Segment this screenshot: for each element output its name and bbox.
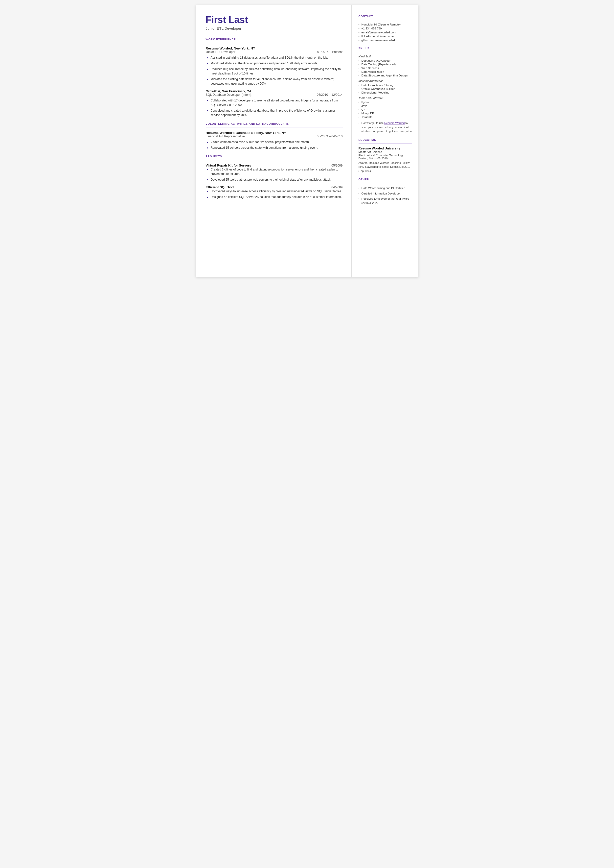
project-name-2: Efficient SQL Tool: [206, 185, 234, 189]
edu-awards: Awards: Resume Worded Teaching Fellow (o…: [358, 161, 412, 173]
volunteering-divider: [206, 127, 343, 127]
bullet-1-3: Reduced bug occurrence by 70% via optimi…: [207, 67, 343, 76]
industry-skill-2: Oracle Warehouse Builder: [358, 87, 412, 90]
edu-degree: Master of Science: [358, 151, 412, 154]
job-role-2: SQL Database Developer (Intern): [206, 93, 252, 96]
bullet-2-2: Conceived and created a relational datab…: [207, 109, 343, 117]
edu-date: Boston, MA — 05/2010: [358, 157, 412, 160]
other-section: OTHER Data Warehousing and BI Certified.…: [358, 178, 412, 205]
right-column: CONTACT Honolulu, HI (Open to Remote) +1…: [352, 5, 419, 277]
project-name-1: Virtual Repair Kit for Servers: [206, 163, 251, 167]
industry-skills-list: Data Extraction & Storing Oracle Warehou…: [358, 84, 412, 94]
work-divider: [206, 43, 343, 43]
vol-date-1: 06/2009 – 04/2010: [317, 135, 343, 138]
resume-note: Don't forget to use Resume Worded to sca…: [358, 121, 412, 134]
education-section-title: EDUCATION: [358, 138, 412, 141]
bullet-1-1: Assisted in optimizing 18 databases usin…: [207, 56, 343, 60]
skills-section-title: SKILLS: [358, 47, 412, 50]
job-role-row-2: SQL Database Developer (Intern) 06/2010 …: [206, 93, 343, 98]
contact-section-title: CONTACT: [358, 15, 412, 18]
contact-list: Honolulu, HI (Open to Remote) +1-234-456…: [358, 23, 412, 42]
left-column: First Last Junior ETL Developer WORK EXP…: [196, 5, 352, 277]
industry-skill-3: Dimensional Modeling: [358, 91, 412, 94]
project-date-2: 04/2009: [331, 186, 343, 189]
job-role-1: Junior ETL Developer: [206, 50, 236, 54]
proj-bullet-2-1: Uncovered ways to increase access effici…: [207, 189, 343, 194]
hard-skill-5: Data Structure and Algorithm Design: [358, 74, 412, 77]
job-row-1: Resume Worded, New York, NY: [206, 47, 343, 50]
project-bullets-1: Created 3K lines of code to find and dia…: [207, 167, 343, 182]
name-block: First Last Junior ETL Developer: [206, 15, 343, 30]
industry-label: Industry Knowledge:: [358, 79, 412, 82]
hard-skills-list: Debugging (Advanced) Data Testing (Exper…: [358, 59, 412, 77]
tools-label: Tools and Software:: [358, 96, 412, 99]
volunteering-block-1: Resume Worded's Business Society, New Yo…: [206, 131, 343, 150]
job-bullets-1: Assisted in optimizing 18 databases usin…: [207, 56, 343, 86]
vol-bullet-1-2: Renovated 15 schools across the state wi…: [207, 146, 343, 150]
tools-skills-list: Python Java C++ MongoDB Teradata: [358, 101, 412, 118]
proj-bullet-2-2: Designed an efficient SQL Server 2K solu…: [207, 195, 343, 199]
job-date-1: 01/2015 – Present: [317, 50, 343, 54]
education-section: EDUCATION Resume Worded University Maste…: [358, 138, 412, 173]
other-divider: [358, 183, 412, 183]
other-item-2: Certified Informatica Developer.: [358, 191, 412, 196]
candidate-name: First Last: [206, 15, 343, 25]
industry-skill-1: Data Extraction & Storing: [358, 84, 412, 87]
tool-skill-5: Teradata: [358, 116, 412, 118]
contact-linkedin: linkedin.com/in/username: [358, 35, 412, 38]
vol-bullets-1: Visited companies to raise $200K for fiv…: [207, 140, 343, 150]
project-row-1: Virtual Repair Kit for Servers 05/2009: [206, 163, 343, 167]
job-role-row-1: Junior ETL Developer 01/2015 – Present: [206, 50, 343, 56]
candidate-title: Junior ETL Developer: [206, 26, 343, 30]
projects-section-title: PROJECTS: [206, 155, 343, 158]
bullet-1-2: Monitored all data authentication proces…: [207, 61, 343, 65]
tool-skill-4: MongoDB: [358, 112, 412, 115]
job-bullets-2: Collaborated with 17 developers to rewri…: [207, 98, 343, 117]
project-block-2: Efficient SQL Tool 04/2009 Uncovered way…: [206, 185, 343, 199]
contact-github: github.com/resumeworded: [358, 39, 412, 42]
contact-phone: +1-234-456-789: [358, 27, 412, 30]
other-item-3: Received Employee of the Year Twice (201…: [358, 197, 412, 205]
edu-block: Resume Worded University Master of Scien…: [358, 146, 412, 173]
tool-skill-3: C++: [358, 108, 412, 111]
other-section-title: OTHER: [358, 178, 412, 181]
contact-email: email@resumeworded.com: [358, 31, 412, 34]
proj-bullet-1-1: Created 3K lines of code to find and dia…: [207, 167, 343, 176]
hard-skill-2: Data Testing (Experienced): [358, 63, 412, 66]
job-company-2: Growthsi, San Francisco, CA: [206, 89, 343, 93]
contact-section: CONTACT Honolulu, HI (Open to Remote) +1…: [358, 15, 412, 42]
hard-skill-1: Debugging (Advanced): [358, 59, 412, 62]
edu-university: Resume Worded University: [358, 146, 412, 150]
job-block-1: Resume Worded, New York, NY Junior ETL D…: [206, 47, 343, 86]
hard-skill-3: Web Services: [358, 67, 412, 70]
project-block-1: Virtual Repair Kit for Servers 05/2009 C…: [206, 163, 343, 182]
hard-skill-4: Data Visualization: [358, 70, 412, 73]
job-block-2: Growthsi, San Francisco, CA SQL Database…: [206, 89, 343, 117]
volunteering-section-title: VOLUNTEERING ACTIVITIES AND EXTRACURRICU…: [206, 122, 343, 125]
bullet-2-1: Collaborated with 17 developers to rewri…: [207, 98, 343, 107]
job-company-1: Resume Worded, New York, NY: [206, 47, 255, 50]
project-bullets-2: Uncovered ways to increase access effici…: [207, 189, 343, 199]
vol-role-row-1: Financial Aid Representative 06/2009 – 0…: [206, 135, 343, 140]
resume-page: First Last Junior ETL Developer WORK EXP…: [196, 5, 419, 277]
tool-skill-1: Python: [358, 101, 412, 104]
edu-field: Electronics & Computer Technology: [358, 154, 412, 157]
skills-section: SKILLS Hard Skill: Debugging (Advanced) …: [358, 47, 412, 134]
project-date-1: 05/2009: [331, 164, 343, 167]
hard-skill-label: Hard Skill:: [358, 55, 412, 58]
work-experience-section-title: WORK EXPERIENCE: [206, 38, 343, 41]
tool-skill-2: Java: [358, 104, 412, 107]
other-item-1: Data Warehousing and BI Certified.: [358, 186, 412, 190]
vol-role-1: Financial Aid Representative: [206, 135, 245, 138]
contact-divider: [358, 20, 412, 20]
vol-company-1: Resume Worded's Business Society, New Yo…: [206, 131, 343, 135]
contact-location: Honolulu, HI (Open to Remote): [358, 23, 412, 26]
resume-worded-link[interactable]: Resume Worded: [384, 121, 405, 124]
bullet-1-4: Migrated the existing data flows for 4K …: [207, 77, 343, 86]
vol-bullet-1-1: Visited companies to raise $200K for fiv…: [207, 140, 343, 144]
proj-bullet-1-2: Developed 25 tools that restore web serv…: [207, 177, 343, 182]
job-date-2: 06/2010 – 12/2014: [317, 93, 343, 96]
project-row-2: Efficient SQL Tool 04/2009: [206, 185, 343, 189]
other-list: Data Warehousing and BI Certified. Certi…: [358, 186, 412, 205]
